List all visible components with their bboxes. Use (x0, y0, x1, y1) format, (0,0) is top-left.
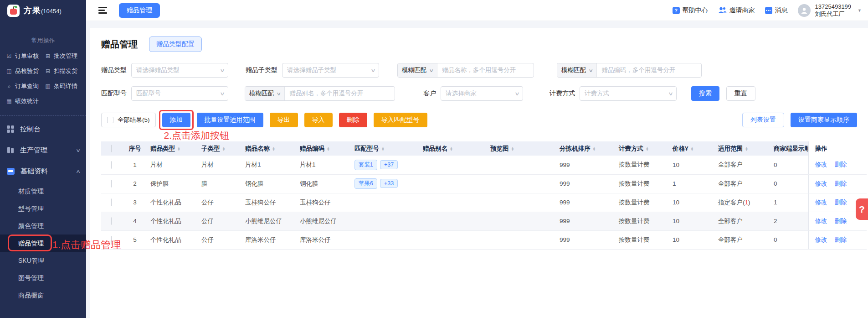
sidebar-op-品检验货[interactable]: ◫品检验货 (6, 67, 45, 75)
添加-button[interactable]: 添加 (162, 113, 190, 127)
删除-button[interactable]: 删除 (339, 113, 367, 127)
row-checkbox[interactable] (111, 217, 112, 225)
customer-select[interactable]: 请选择商家 ∨ (441, 86, 523, 101)
sidebar-item-赠品管理[interactable]: 赠品管理1.点击赠品管理 (0, 235, 86, 252)
model-tag[interactable]: +33 (380, 179, 398, 188)
cell-preview (488, 174, 558, 193)
fuzzy-match-select[interactable]: 模糊匹配 ∨ (557, 63, 597, 77)
sort-icon[interactable]: ▲▼ (222, 146, 226, 151)
sidebar-op-订单查询[interactable]: ⌕订单查询 (6, 82, 45, 90)
cell-code: 玉桂狗公仔 (298, 193, 353, 212)
model-tag[interactable]: +37 (380, 160, 398, 169)
delete-link[interactable]: 删除 (835, 218, 847, 224)
sidebar-item-材质管理[interactable]: 材质管理 (0, 182, 86, 200)
批量设置适用范围-button[interactable]: 批量设置适用范围 (197, 113, 263, 127)
list-settings-button[interactable]: 列表设置 (742, 113, 784, 127)
edit-link[interactable]: 修改 (815, 199, 827, 206)
col-label-alias: 赠品别名 (423, 145, 447, 153)
sidebar-op-批次管理[interactable]: ⊞批次管理 (45, 52, 83, 60)
gift-subtype-select[interactable]: 请选择赠品子类型 ∨ (282, 63, 379, 78)
performance-stats-icon: ▦ (6, 98, 12, 104)
floating-help-button[interactable]: ? (856, 198, 868, 220)
search-button[interactable]: 搜索 (691, 86, 719, 101)
导出-button[interactable]: 导出 (270, 113, 298, 127)
gift-type-select[interactable]: 请选择赠品类型 ∨ (131, 63, 228, 78)
sort-down-icon: ▼ (691, 149, 694, 151)
sidebar-op-绩效统计[interactable]: ▦绩效统计 (6, 97, 45, 105)
gift-name-placeholder: 赠品名称，多个用逗号分开 (442, 66, 516, 74)
quality-check-icon: ◫ (6, 68, 12, 74)
gift-code-input[interactable]: 赠品编码，多个用逗号分开 (597, 63, 680, 77)
table-row: 2保护膜膜钢化膜钢化膜苹果6+33999按数量计费1全部客户0修改删除 (101, 174, 867, 193)
delete-link[interactable]: 删除 (835, 180, 847, 187)
match-model-select[interactable]: 匹配型号 ∨ (131, 86, 228, 101)
sidebar-item-商品橱窗[interactable]: 商品橱窗 (0, 287, 86, 304)
sidebar-item-base-data[interactable]: 基础资料 ∧ (0, 161, 86, 182)
billing-method-label: 计费方式 (550, 89, 575, 98)
导入-button[interactable]: 导入 (304, 113, 333, 127)
gift-name-input[interactable]: 赠品名称，多个用逗号分开 (437, 63, 520, 77)
sort-icon[interactable]: ▲▼ (593, 146, 596, 151)
sidebar-item-production[interactable]: 生产管理 ∨ (0, 140, 86, 161)
gift-code-filter: 模糊匹配 ∨ 赠品编码，多个用逗号分开 (557, 63, 702, 78)
sort-icon[interactable]: ▲▼ (272, 146, 275, 151)
topbar-tab-gift-management[interactable]: 赠品管理 (119, 3, 160, 18)
sort-icon[interactable]: ▲▼ (450, 146, 453, 151)
user-menu-caret-icon[interactable]: ▼ (858, 8, 862, 13)
billing-method-select[interactable]: 计费方式 ∨ (580, 86, 677, 101)
sort-icon[interactable]: ▲▼ (511, 146, 514, 151)
delete-link[interactable]: 删除 (835, 236, 847, 243)
cell-billing: 按数量计费 (617, 230, 671, 249)
select-all-checkbox[interactable] (107, 117, 113, 123)
sidebar-op-条码详情[interactable]: ▥条码详情 (45, 82, 83, 90)
collapse-menu-icon[interactable] (98, 5, 107, 16)
edit-link[interactable]: 修改 (815, 180, 827, 187)
sort-icon[interactable]: ▲▼ (381, 146, 385, 151)
fuzzy-match-select[interactable]: 模糊匹配 ∨ (245, 87, 285, 100)
user-info[interactable]: 13725493199 刘氏代工厂 (815, 3, 852, 18)
base-data-icon (7, 168, 15, 175)
sidebar-op-订单审核[interactable]: ☑订单审核 (6, 52, 45, 60)
app-logo[interactable]: 方果(10454) (0, 0, 86, 21)
quick-op-label: 绩效统计 (15, 97, 39, 105)
header-checkbox[interactable] (111, 145, 112, 152)
help-center-link[interactable]: ? 帮助中心 (673, 6, 708, 15)
model-tag[interactable]: 苹果6 (354, 178, 377, 189)
row-checkbox[interactable] (111, 180, 112, 188)
gift-type-config-button[interactable]: 赠品类型配置 (149, 36, 202, 52)
fuzzy-match-select[interactable]: 模糊匹配 ∨ (398, 63, 437, 77)
sort-icon[interactable]: ▲▼ (177, 146, 180, 151)
edit-link[interactable]: 修改 (815, 218, 827, 224)
sort-icon[interactable]: ▲▼ (646, 146, 649, 151)
col-label-price: 价格¥ (673, 145, 688, 153)
row-checkbox[interactable] (111, 198, 112, 206)
sidebar-item-型号管理[interactable]: 型号管理 (0, 200, 86, 217)
sidebar-item-SKU管理[interactable]: SKU管理 (0, 252, 86, 269)
reset-button[interactable]: 重置 (726, 86, 755, 101)
delete-link[interactable]: 删除 (835, 199, 847, 206)
cell-code: 钢化膜 (298, 174, 353, 193)
cell-name: 玉桂狗公仔 (243, 193, 298, 212)
sidebar-item-console[interactable]: 控制台 (0, 119, 86, 140)
sort-icon[interactable]: ▲▼ (327, 146, 330, 151)
messages-link[interactable]: ••• 消息 (765, 6, 788, 15)
导入匹配型号-button[interactable]: 导入匹配型号 (374, 113, 427, 127)
cell-billing: 按数量计费 (617, 156, 671, 174)
avatar[interactable] (798, 4, 811, 17)
merchant-display-order-button[interactable]: 设置商家显示顺序 (791, 113, 857, 127)
delete-link[interactable]: 删除 (835, 161, 847, 168)
sidebar-op-扫描发货[interactable]: ⊟扫描发货 (45, 67, 83, 75)
invite-merchant-link[interactable]: 邀请商家 (718, 6, 755, 15)
cell-sort: 999 (558, 230, 617, 249)
row-checkbox[interactable] (111, 161, 112, 169)
edit-link[interactable]: 修改 (815, 161, 827, 168)
gift-alias-input[interactable]: 赠品别名，多个用逗号分开 (285, 87, 368, 100)
fuzzy-match-label: 模糊匹配 (249, 89, 274, 98)
sort-icon[interactable]: ▲▼ (745, 146, 748, 151)
sort-icon[interactable]: ▲▼ (691, 146, 694, 151)
edit-link[interactable]: 修改 (815, 236, 827, 243)
model-tag[interactable]: 套装1 (354, 160, 377, 170)
sidebar-item-颜色管理[interactable]: 颜色管理 (0, 217, 86, 235)
sidebar-item-图号管理[interactable]: 图号管理 (0, 269, 86, 287)
gift-table: 序号赠品类型▲▼子类型▲▼赠品名称▲▼赠品编码▲▼匹配型号▲▼赠品别名▲▼预览图… (101, 141, 868, 250)
